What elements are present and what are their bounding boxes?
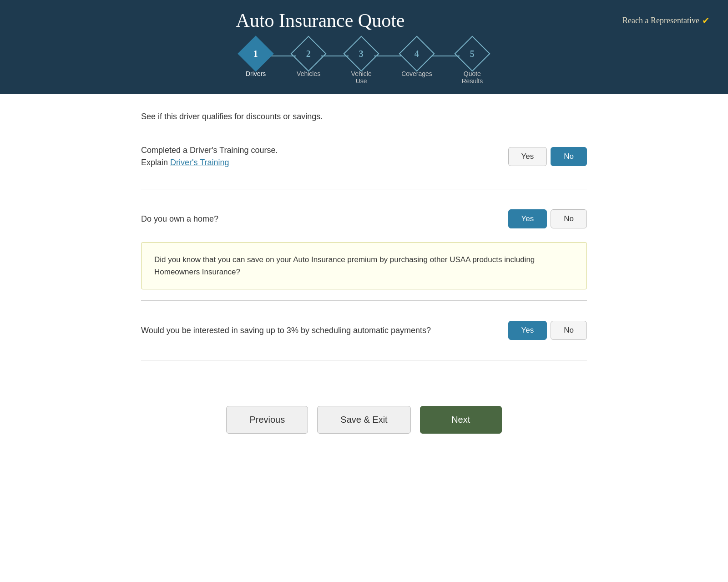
info-box: Did you know that you can save on your A… <box>141 242 587 289</box>
step-2[interactable]: 2 Vehicles <box>296 41 321 77</box>
drivers-training-link[interactable]: Driver's Training <box>170 158 229 167</box>
auto-payments-yes-button[interactable]: Yes <box>508 321 547 340</box>
auto-payments-no-button[interactable]: No <box>551 321 587 340</box>
step-connector-3 <box>374 56 401 56</box>
next-button[interactable]: Next <box>420 406 502 434</box>
question-own-home: Do you own a home? Yes No <box>141 200 587 238</box>
own-home-no-button[interactable]: No <box>551 209 587 228</box>
reach-rep-label: Reach a Representative <box>622 16 699 25</box>
step-connector-1 <box>268 56 296 56</box>
question-text-auto-payments: Would you be interested in saving up to … <box>141 324 495 337</box>
own-home-yes-button[interactable]: Yes <box>508 209 547 228</box>
intro-text: See if this driver qualifies for discoun… <box>141 112 587 121</box>
step-5-label: QuoteResults <box>462 70 483 85</box>
btn-group-auto-payments: Yes No <box>508 321 587 340</box>
step-connector-4 <box>432 56 460 56</box>
step-3-label: VehicleUse <box>351 70 372 85</box>
step-4[interactable]: 4 Coverages <box>401 41 432 77</box>
bottom-nav: Previous Save & Exit Next <box>141 388 587 461</box>
question-drivers-training: Completed a Driver's Training course. Ex… <box>141 135 587 178</box>
steps-bar: 1 Drivers 2 Vehicles 3 VehicleUse 4 Cove… <box>0 41 728 94</box>
explain-prefix: Explain <box>141 158 170 167</box>
save-exit-button[interactable]: Save & Exit <box>317 406 410 434</box>
step-1[interactable]: 1 Drivers <box>243 41 268 77</box>
btn-group-own-home: Yes No <box>508 209 587 228</box>
step-connector-2 <box>321 56 349 56</box>
divider-2 <box>141 300 587 301</box>
question-text-drivers-training: Completed a Driver's Training course. Ex… <box>141 144 495 169</box>
header: Auto Insurance Quote Reach a Representat… <box>0 0 728 41</box>
divider-3 <box>141 360 587 360</box>
drivers-training-yes-button[interactable]: Yes <box>508 147 547 166</box>
checkmark-icon: ✔ <box>702 15 710 26</box>
btn-group-drivers-training: Yes No <box>508 147 587 166</box>
question-text-own-home: Do you own a home? <box>141 213 495 225</box>
reach-representative[interactable]: Reach a Representative ✔ <box>622 15 710 26</box>
question-auto-payments: Would you be interested in saving up to … <box>141 312 587 349</box>
step-5[interactable]: 5 QuoteResults <box>460 41 485 85</box>
main-content: See if this driver qualifies for discoun… <box>114 112 614 461</box>
drivers-training-no-button[interactable]: No <box>551 147 587 166</box>
page-title: Auto Insurance Quote <box>18 10 622 31</box>
previous-button[interactable]: Previous <box>226 406 308 434</box>
step-3[interactable]: 3 VehicleUse <box>349 41 374 85</box>
divider-1 <box>141 189 587 189</box>
